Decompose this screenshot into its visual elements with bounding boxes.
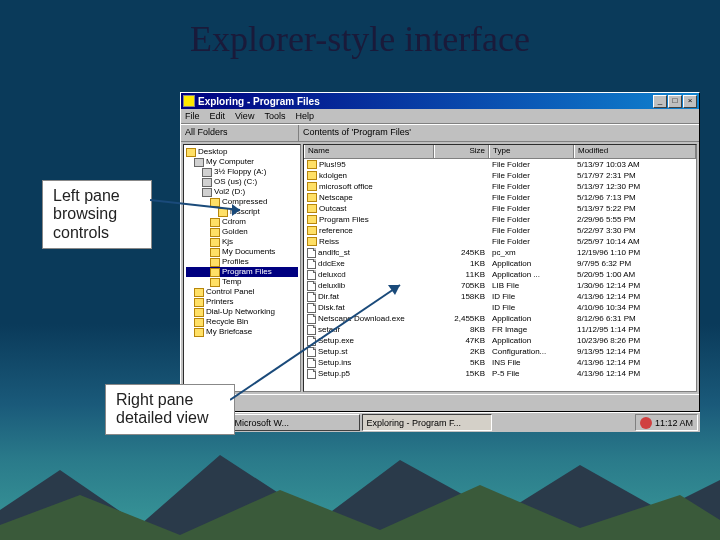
tree-item[interactable]: OS (us) (C:) xyxy=(186,177,298,187)
list-item[interactable]: Dir.fat158KBID File4/13/96 12:14 PM xyxy=(304,291,696,302)
list-item[interactable]: deluxlib705KBLIB File1/30/96 12:14 PM xyxy=(304,280,696,291)
folder-icon xyxy=(307,226,317,235)
list-item[interactable]: deluxcd11KBApplication ...5/20/95 1:00 A… xyxy=(304,269,696,280)
tree-item[interactable]: Profiles xyxy=(186,257,298,267)
folder-icon xyxy=(210,278,220,287)
list-item[interactable]: Disk.fatID File4/10/96 10:34 PM xyxy=(304,302,696,313)
tree-item[interactable]: My Briefcase xyxy=(186,327,298,337)
list-item[interactable]: microsoft officeFile Folder5/13/97 12:30… xyxy=(304,181,696,192)
file-type: File Folder xyxy=(489,214,574,225)
tree-item[interactable]: Control Panel xyxy=(186,287,298,297)
taskbar-item[interactable]: Microsoft W... xyxy=(230,414,360,431)
tree-item[interactable]: My Documents xyxy=(186,247,298,257)
folder-icon xyxy=(307,215,317,224)
tree-item[interactable]: Program Files xyxy=(186,267,298,277)
menu-help[interactable]: Help xyxy=(295,111,314,121)
file-modified: 5/13/97 5:22 PM xyxy=(574,203,696,214)
file-icon xyxy=(307,248,316,258)
tree-item[interactable]: My Computer xyxy=(186,157,298,167)
folder-tree[interactable]: DesktopMy Computer3½ Floppy (A:)OS (us) … xyxy=(183,144,301,392)
tray-icon[interactable] xyxy=(640,417,652,429)
col-modified[interactable]: Modified xyxy=(574,145,696,158)
col-name[interactable]: Name xyxy=(304,145,434,158)
file-name: Setup.st xyxy=(318,347,347,356)
file-modified: 4/10/96 10:34 PM xyxy=(574,302,696,313)
list-item[interactable]: Setup.st2KBConfiguration...9/13/95 12:14… xyxy=(304,346,696,357)
tree-item[interactable]: Cdrom xyxy=(186,217,298,227)
tree-item[interactable]: Dial-Up Networking xyxy=(186,307,298,317)
tree-item[interactable]: Kjs xyxy=(186,237,298,247)
file-name: reference xyxy=(319,226,353,235)
file-icon xyxy=(307,336,316,346)
window-titlebar[interactable]: Exploring - Program Files _ □ × xyxy=(181,93,699,109)
tree-item[interactable]: Recycle Bin xyxy=(186,317,298,327)
tree-item[interactable]: Vol2 (D:) xyxy=(186,187,298,197)
list-item[interactable]: Plus!95File Folder5/13/97 10:03 AM xyxy=(304,159,696,170)
file-type: File Folder xyxy=(489,225,574,236)
file-modified: 11/12/95 1:14 PM xyxy=(574,324,696,335)
file-size: 11KB xyxy=(434,269,489,280)
list-item[interactable]: OutcastFile Folder5/13/97 5:22 PM xyxy=(304,203,696,214)
col-size[interactable]: Size xyxy=(434,145,489,158)
list-item[interactable]: ddcExe1KBApplication9/7/95 6:32 PM xyxy=(304,258,696,269)
folder-icon xyxy=(210,268,220,277)
file-modified: 1/30/96 12:14 PM xyxy=(574,280,696,291)
folder-icon xyxy=(210,228,220,237)
file-modified: 5/13/97 10:03 AM xyxy=(574,159,696,170)
menu-file[interactable]: File xyxy=(185,111,200,121)
list-item[interactable]: andlfc_st245KBpc_xm12/19/96 1:10 PM xyxy=(304,247,696,258)
tree-item[interactable]: Golden xyxy=(186,227,298,237)
callout-right-pane: Right pane detailed view xyxy=(105,384,235,435)
printer-icon xyxy=(194,298,204,307)
file-modified: 5/25/97 10:14 AM xyxy=(574,236,696,247)
list-item[interactable]: Setup.p515KBP-5 File4/13/96 12:14 PM xyxy=(304,368,696,379)
file-type: Application xyxy=(489,313,574,324)
list-item[interactable]: Setup.exe47KBApplication10/23/96 8:26 PM xyxy=(304,335,696,346)
list-item[interactable]: Setup.ins5KBINS File4/13/96 12:14 PM xyxy=(304,357,696,368)
tree-item-label: Printers xyxy=(206,297,234,307)
list-item[interactable]: NetscapeFile Folder5/12/96 7:13 PM xyxy=(304,192,696,203)
svg-marker-0 xyxy=(0,455,720,540)
tree-item[interactable]: 3½ Floppy (A:) xyxy=(186,167,298,177)
tree-item-label: OS (us) (C:) xyxy=(214,177,257,187)
list-item[interactable]: Program FilesFile Folder2/29/96 5:55 PM xyxy=(304,214,696,225)
file-type: Application xyxy=(489,335,574,346)
taskbar-item[interactable]: Exploring - Program F... xyxy=(362,414,492,431)
col-type[interactable]: Type xyxy=(489,145,574,158)
tree-item[interactable]: Desktop xyxy=(186,147,298,157)
maximize-button[interactable]: □ xyxy=(668,95,682,108)
left-pane-header: All Folders xyxy=(181,125,299,141)
status-bar xyxy=(181,394,699,410)
file-icon xyxy=(307,270,316,280)
minimize-button[interactable]: _ xyxy=(653,95,667,108)
list-item[interactable]: ReissFile Folder5/25/97 10:14 AM xyxy=(304,236,696,247)
file-icon xyxy=(307,314,316,324)
menu-tools[interactable]: Tools xyxy=(264,111,285,121)
list-item[interactable]: Netscape Download.exe2,455KBApplication8… xyxy=(304,313,696,324)
tree-item[interactable]: msscript xyxy=(186,207,298,217)
folder-icon xyxy=(307,182,317,191)
tree-item-label: My Briefcase xyxy=(206,327,252,337)
tree-item[interactable]: Temp xyxy=(186,277,298,287)
list-item[interactable]: kdolgenFile Folder5/17/97 2:31 PM xyxy=(304,170,696,181)
file-modified: 4/13/96 12:14 PM xyxy=(574,357,696,368)
list-item[interactable]: referenceFile Folder5/22/97 3:30 PM xyxy=(304,225,696,236)
list-item[interactable]: setadr8KBFR Image11/12/95 1:14 PM xyxy=(304,324,696,335)
file-name: microsoft office xyxy=(319,182,373,191)
briefcase-icon xyxy=(194,328,204,337)
tree-item[interactable]: Printers xyxy=(186,297,298,307)
tree-item[interactable]: Compressed xyxy=(186,197,298,207)
file-list[interactable]: Name Size Type Modified Plus!95File Fold… xyxy=(303,144,697,392)
close-button[interactable]: × xyxy=(683,95,697,108)
list-header[interactable]: Name Size Type Modified xyxy=(304,145,696,159)
file-name: setadr xyxy=(318,325,340,334)
tree-item-label: Dial-Up Networking xyxy=(206,307,275,317)
file-icon xyxy=(307,358,316,368)
system-tray[interactable]: 11:12 AM xyxy=(635,414,698,431)
menu-edit[interactable]: Edit xyxy=(210,111,226,121)
file-size: 5KB xyxy=(434,357,489,368)
menu-view[interactable]: View xyxy=(235,111,254,121)
file-name: Dir.fat xyxy=(318,292,339,301)
file-name: Setup.ins xyxy=(318,358,351,367)
file-size xyxy=(434,236,489,247)
